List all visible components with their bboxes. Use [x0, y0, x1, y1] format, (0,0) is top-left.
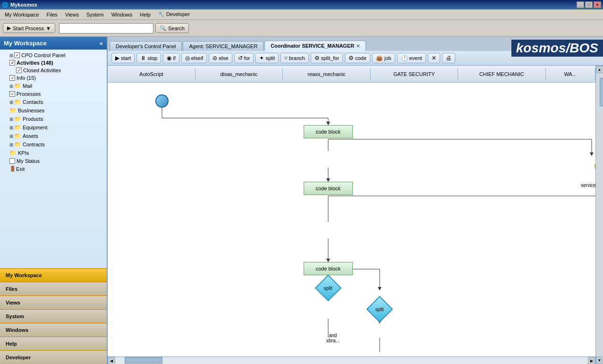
search-button[interactable]: 🔍 Search: [155, 23, 189, 33]
service-appointment-label: service appointment: [581, 183, 595, 188]
close-button[interactable]: ×: [594, 1, 601, 8]
search-icon: 🔍: [160, 25, 166, 31]
bottom-btn-system[interactable]: System: [0, 309, 107, 323]
wf-split-for-button[interactable]: ⚙ split_for: [311, 53, 343, 63]
h-scroll-thumb[interactable]: [125, 357, 162, 364]
checkbox-icon[interactable]: ✓: [9, 91, 15, 97]
sidebar-item-products[interactable]: ⊞ 📁 Products: [0, 115, 107, 123]
sidebar-item-contacts[interactable]: ⊞ 📁 Contacts: [0, 98, 107, 106]
sidebar-item-info[interactable]: ✓ Info (15): [0, 74, 107, 82]
bottom-btn-files[interactable]: Files: [0, 282, 107, 296]
wf-split-1[interactable]: split: [315, 275, 342, 302]
folder-icon: 📁: [14, 83, 21, 89]
search-input[interactable]: [59, 23, 153, 34]
wf-code-button[interactable]: ⚙ code: [345, 53, 370, 63]
wf-job-button[interactable]: 👜 job: [372, 53, 395, 63]
folder-icon: 📁: [14, 99, 21, 105]
wf-and-xbra[interactable]: and xbra...: [319, 333, 347, 343]
sidebar-item-kpis[interactable]: 📁 KPIs: [0, 149, 107, 157]
wf-stop-button[interactable]: ⏸ stop: [136, 53, 161, 63]
scroll-down-button[interactable]: ▼: [596, 356, 603, 364]
sidebar-bottom: My Workspace Files Views System Windows …: [0, 268, 107, 364]
workflow-area[interactable]: code block × 🏗️ × service appointment: [108, 83, 595, 356]
sidebar-item-cpo-control-panel[interactable]: ⊞ ✓ CPO Control Panel: [0, 51, 107, 59]
expand-icon[interactable]: ⊞: [9, 134, 13, 139]
sidebar-item-assets[interactable]: ⊞ 📁 Assets: [0, 132, 107, 140]
bottom-btn-developer[interactable]: Developer: [0, 350, 107, 364]
sidebar-item-closed-activities[interactable]: ✓ Closed Activities: [0, 67, 107, 74]
wf-event-button[interactable]: 🕐 event: [397, 53, 426, 63]
sidebar-item-activities[interactable]: ✓ Activities (148): [0, 59, 107, 67]
developer-icon: 🔧: [158, 11, 165, 17]
checkbox-icon[interactable]: [9, 158, 15, 164]
scroll-left-button[interactable]: ◀: [108, 357, 115, 364]
scroll-up-button[interactable]: ▲: [596, 66, 603, 73]
expand-icon[interactable]: ⊞: [9, 125, 13, 130]
scroll-right-button[interactable]: ▶: [588, 357, 595, 364]
sidebar-item-contracts[interactable]: ⊞ 📁 Contracts: [0, 140, 107, 149]
wf-code-block-3[interactable]: code block: [304, 262, 353, 275]
sidebar-item-processes[interactable]: ✓ Processes: [0, 90, 107, 98]
menu-help[interactable]: Help: [137, 11, 153, 18]
expand-icon[interactable]: ⊞: [9, 84, 13, 89]
checkbox-icon[interactable]: ✓: [9, 75, 15, 81]
sidebar-item-equipment[interactable]: ⊞ 📁 Equipment: [0, 123, 107, 132]
sidebar-label: KPIs: [18, 150, 29, 156]
logo-text: kosmos/BOS: [516, 41, 598, 56]
wf-split-2[interactable]: split: [366, 296, 393, 323]
wf-code-block-2[interactable]: code block: [304, 182, 353, 195]
minimize-button[interactable]: _: [577, 1, 584, 8]
expand-icon[interactable]: ⊞: [9, 53, 13, 58]
bottom-btn-my-workspace[interactable]: My Workspace: [0, 268, 107, 282]
wf-code-label: code: [355, 55, 366, 61]
maximize-button[interactable]: □: [585, 1, 593, 8]
expand-icon[interactable]: ⊞: [9, 117, 13, 122]
h-scroll-track[interactable]: [115, 357, 588, 364]
workflow-content: code block × 🏗️ × service appointment: [108, 83, 595, 356]
tab-label: Agent: SERVICE_MANAGER: [189, 43, 257, 49]
checkbox-icon[interactable]: ✓: [9, 60, 15, 66]
wf-service-appointment[interactable]: × 🏗️ × service appointment: [581, 156, 595, 188]
checkbox-icon[interactable]: ✓: [16, 68, 22, 73]
expand-icon[interactable]: ⊞: [9, 100, 13, 105]
bottom-btn-views[interactable]: Views: [0, 296, 107, 309]
tab-label: Developer's Control Panel: [116, 43, 176, 49]
menu-windows[interactable]: Windows: [109, 11, 136, 18]
wf-code-block-1[interactable]: code block: [304, 125, 353, 138]
wf-if-button[interactable]: ◉ if: [163, 53, 179, 63]
expand-icon[interactable]: ⊞: [9, 142, 13, 147]
sidebar-collapse-icon[interactable]: «: [100, 40, 103, 47]
menu-files[interactable]: Files: [44, 11, 60, 18]
wf-split-button[interactable]: ✦ split: [255, 53, 279, 63]
bottom-btn-windows[interactable]: Windows: [0, 323, 107, 337]
wf-elseif-button[interactable]: ◎ elseif: [181, 53, 207, 63]
menu-views[interactable]: Views: [62, 11, 82, 18]
menu-system[interactable]: System: [84, 11, 107, 18]
tab-coordinator-service-manager[interactable]: Coordinator SERVICE_MANAGER ✕: [264, 41, 366, 51]
wf-for-button[interactable]: ↺ for: [234, 53, 254, 63]
bottom-btn-help[interactable]: Help: [0, 337, 107, 350]
v-scroll-thumb[interactable]: [600, 78, 603, 106]
wf-close-button[interactable]: ✕: [428, 53, 440, 63]
tab-agent-service-manager[interactable]: Agent: SERVICE_MANAGER: [183, 41, 263, 51]
menu-my-workspace[interactable]: My Workspace: [2, 11, 42, 18]
v-scrollbar[interactable]: ▲ ▼: [595, 66, 603, 364]
sidebar-label: Mail: [23, 83, 32, 89]
checkbox-icon[interactable]: ✓: [14, 52, 20, 58]
sidebar-label: Equipment: [23, 125, 48, 130]
wf-if-label: if: [173, 55, 176, 61]
sidebar-item-mail[interactable]: ⊞ 📁 Mail: [0, 82, 107, 90]
h-scrollbar[interactable]: ◀ ▶: [108, 356, 595, 364]
menu-developer[interactable]: 🔧 Developer: [155, 10, 193, 18]
wf-else-button[interactable]: ⊘ else: [209, 53, 232, 63]
wf-start-node[interactable]: [155, 94, 169, 108]
sidebar-item-my-status[interactable]: My Status: [0, 157, 107, 165]
tab-developers-control-panel[interactable]: Developer's Control Panel: [110, 41, 182, 51]
sidebar-item-businesses[interactable]: 📁 Businesses: [0, 106, 107, 115]
start-process-button[interactable]: ▶ Start Process ▼: [3, 23, 55, 33]
wf-export-button[interactable]: 🖨: [442, 53, 455, 63]
sidebar-item-exit[interactable]: 🚪 Exit: [0, 165, 107, 173]
tab-close-icon[interactable]: ✕: [356, 43, 360, 49]
wf-branch-button[interactable]: ⑂ branch: [280, 53, 309, 63]
wf-start-button[interactable]: ▶ start: [111, 53, 135, 63]
